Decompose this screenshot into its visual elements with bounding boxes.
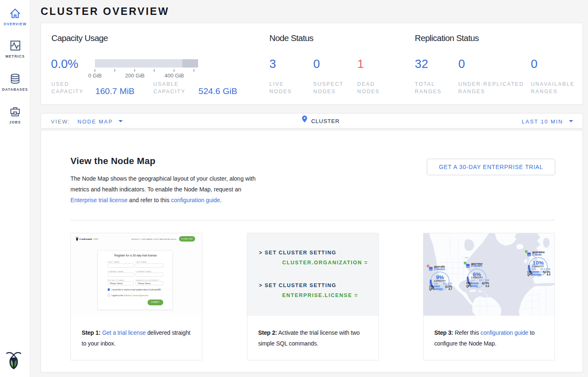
svg-text:10%: 10% <box>532 260 544 266</box>
svg-text:4.4: 4.4 <box>547 273 550 276</box>
svg-text:3.2 GiB: 3.2 GiB <box>429 282 438 285</box>
svg-text:2 Nodes: 2 Nodes <box>434 268 445 271</box>
svg-text:9%: 9% <box>436 274 444 280</box>
svg-text:LABS: LABS <box>93 238 99 240</box>
svg-text:3.7 GiB: 3.7 GiB <box>466 279 475 282</box>
svg-text:QPS: QPS <box>528 273 533 276</box>
svg-text:QPS: QPS <box>466 285 472 288</box>
svg-text:QPS: QPS <box>429 288 435 291</box>
svg-text:2 Nodes: 2 Nodes <box>471 265 482 268</box>
svg-text:351 GiB: 351 GiB <box>443 282 452 285</box>
svg-text:65.7 GiB: 65.7 GiB <box>479 279 489 282</box>
svg-text:34.4 GiB: 34.4 GiB <box>540 268 550 271</box>
svg-text:1 Node: 1 Node <box>532 253 542 256</box>
svg-text:Cockroach: Cockroach <box>80 237 92 240</box>
svg-text:0.0: 0.0 <box>486 285 489 288</box>
svg-text:3.6 GiB: 3.6 GiB <box>528 268 536 271</box>
svg-text:6%: 6% <box>473 271 481 278</box>
svg-text:4.7: 4.7 <box>448 288 452 290</box>
